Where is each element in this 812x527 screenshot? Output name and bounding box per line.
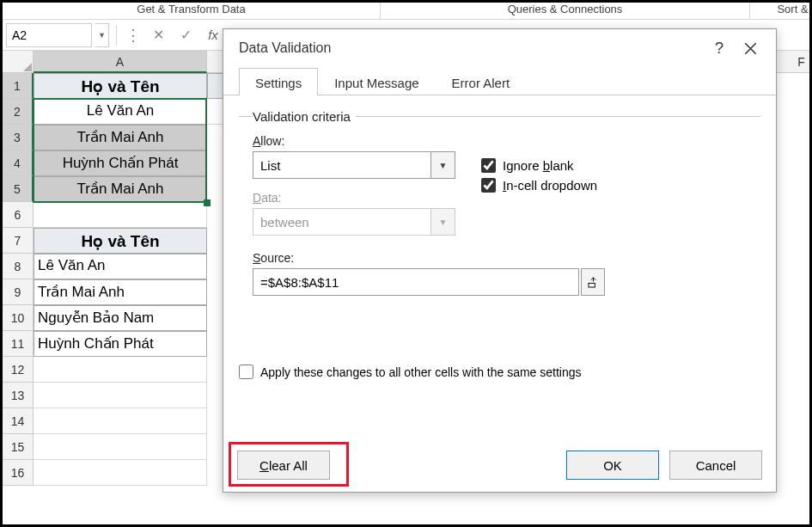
row-header-9[interactable]: 9 [3,279,34,305]
dialog-tabs: Settings Input Message Error Alert [223,67,776,95]
formula-bar-collapse-icon[interactable]: ⋮ [124,26,143,45]
dialog-close-button[interactable] [735,34,766,62]
table1-row-3[interactable]: Huỳnh Chấn Phát [34,150,207,176]
close-icon [744,42,757,55]
table1-row-1[interactable]: Lê Văn An [34,99,207,125]
ribbon-group-queries-connections: Queries & Connections [381,3,750,19]
row-header-7[interactable]: 7 [3,228,34,254]
table1-row-4[interactable]: Trần Mai Anh [34,176,207,202]
dialog-title: Data Validation [239,40,704,56]
data-dropdown: ▼ [253,208,455,236]
row-header-1[interactable]: 1 [3,73,34,99]
fx-icon[interactable]: fx [201,23,225,47]
name-box[interactable]: A2 [6,23,92,47]
apply-to-same-checkbox[interactable]: Apply these changes to all other cells w… [239,365,760,379]
dialog-button-row: Clear All OK Cancel [237,450,762,480]
row-header-15[interactable]: 15 [3,434,34,460]
data-value [253,208,431,236]
chevron-down-icon[interactable]: ▼ [431,151,455,179]
cancel-button[interactable]: Cancel [669,450,762,480]
row-header-13[interactable]: 13 [3,383,34,408]
allow-value[interactable] [253,151,431,179]
row-header-16[interactable]: 16 [3,460,34,486]
dialog-titlebar[interactable]: Data Validation ? [223,29,776,67]
table1-header[interactable]: Họ và Tên [34,73,207,99]
ribbon-group-get-transform: Get & Transform Data [3,3,381,19]
ignore-blank-checkbox[interactable]: Ignore blank [481,158,597,173]
row-header-3[interactable]: 3 [3,125,34,150]
cancel-formula-icon: ✕ [146,23,170,47]
ribbon-group-labels: Get & Transform Data Queries & Connectio… [3,3,809,20]
table2-header[interactable]: Họ và Tên [34,228,207,254]
dialog-help-button[interactable]: ? [704,34,735,62]
validation-criteria-legend: Validation criteria [253,109,356,124]
in-cell-dropdown-checkbox[interactable]: In-cell dropdown [481,178,597,193]
data-label: Data: [253,191,455,205]
range-picker-button[interactable] [581,268,605,296]
ok-button[interactable]: OK [566,450,659,480]
table2-row-3[interactable]: Nguyễn Bảo Nam [34,305,207,331]
row-header-8[interactable]: 8 [3,254,34,279]
data-validation-dialog: Data Validation ? Settings Input Message… [223,28,777,493]
source-input[interactable] [253,268,579,296]
cell-a15[interactable] [34,434,207,460]
tab-input-message[interactable]: Input Message [318,68,435,95]
row-header-4[interactable]: 4 [3,150,34,176]
apply-to-same-label: Apply these changes to all other cells w… [260,365,582,379]
ignore-blank-label: Ignore blank [503,158,574,173]
table2-row-4[interactable]: Huỳnh Chấn Phát [34,331,207,357]
cell-a6[interactable] [34,202,207,228]
apply-to-same-input[interactable] [239,365,253,379]
table1-row-2[interactable]: Trần Mai Anh [34,125,207,150]
source-label: Source: [253,251,760,265]
row-header-10[interactable]: 10 [3,305,34,331]
row-header-5[interactable]: 5 [3,176,34,202]
ribbon-group-sort: Sort & [750,3,812,19]
row-header-6[interactable]: 6 [3,202,34,228]
ignore-blank-input[interactable] [481,158,496,173]
select-all-corner[interactable] [3,51,34,73]
row-header-11[interactable]: 11 [3,331,34,357]
cell-a14[interactable] [34,408,207,434]
row-header-14[interactable]: 14 [3,408,34,434]
table2-row-2[interactable]: Trần Mai Anh [34,279,207,305]
clear-all-button[interactable]: Clear All [237,450,330,480]
cell-a12[interactable] [34,357,207,383]
in-cell-dropdown-label: In-cell dropdown [503,178,597,193]
cell-a13[interactable] [34,383,207,408]
allow-dropdown[interactable]: ▼ [253,151,455,179]
table2-row-1[interactable]: Lê Văn An [34,254,207,279]
in-cell-dropdown-input[interactable] [481,178,496,193]
cell-a16[interactable] [34,460,207,486]
col-header-a[interactable]: A [34,51,207,73]
tab-settings[interactable]: Settings [239,68,318,95]
enter-formula-icon: ✓ [174,23,198,47]
range-picker-icon [588,277,599,288]
allow-label: Allow: [253,134,455,148]
row-header-2[interactable]: 2 [3,99,34,125]
name-box-dropdown[interactable]: ▼ [95,23,109,47]
svg-rect-0 [588,283,594,287]
chevron-down-icon: ▼ [431,208,455,236]
row-header-12[interactable]: 12 [3,357,34,383]
dialog-body: Validation criteria Allow: ▼ Data: ▼ [223,95,776,379]
validation-criteria-group: Validation criteria Allow: ▼ Data: ▼ [239,109,760,296]
tab-error-alert[interactable]: Error Alert [436,68,527,95]
